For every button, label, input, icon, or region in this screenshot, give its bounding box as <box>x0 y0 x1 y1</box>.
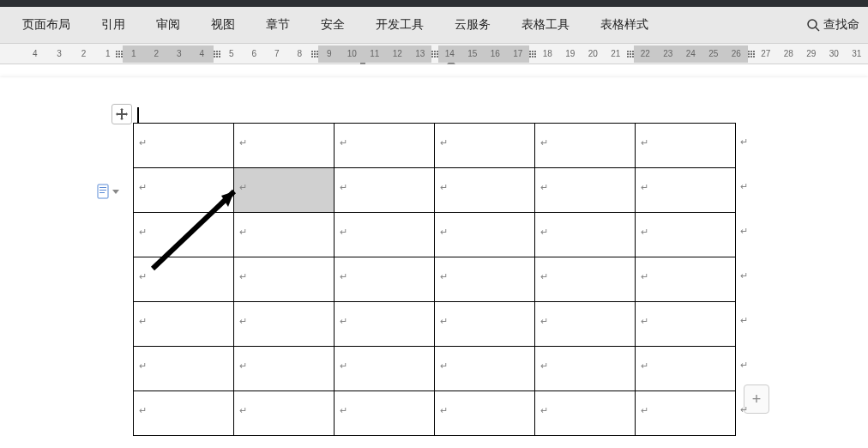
table-cell[interactable]: ↵ <box>535 302 636 347</box>
ruler-tick: 7 <box>266 49 289 58</box>
table-cell[interactable]: ↵ <box>234 168 335 213</box>
table-cell[interactable]: ↵ <box>134 124 234 168</box>
table-cell[interactable]: ↵ <box>435 257 535 302</box>
paragraph-mark: ↵ <box>239 182 247 193</box>
ruler-tick: 13 <box>409 45 432 63</box>
table-cell[interactable]: ↵ <box>636 213 736 257</box>
table-cell[interactable]: ↵ <box>535 168 636 213</box>
table-cell[interactable]: ↵ <box>535 257 636 302</box>
document-area[interactable]: ↵↵↵↵↵↵↵↵↵↵↵↵↵↵↵↵↵↵↵↵↵↵↵↵↵↵↵↵↵↵↵↵↵↵↵↵↵↵↵↵… <box>0 64 868 448</box>
table-cell[interactable]: ↵ <box>134 213 234 257</box>
paragraph-mark: ↵ <box>139 405 147 416</box>
paragraph-mark: ↵ <box>239 316 247 327</box>
table-cell[interactable]: ↵ <box>535 347 636 391</box>
ruler-column-grip[interactable] <box>214 51 220 58</box>
table-cell[interactable]: ↵ <box>234 124 335 168</box>
ruler-tick: 2 <box>81 49 87 58</box>
ruler-column-grip[interactable] <box>627 51 634 58</box>
table-cell[interactable]: ↵ <box>234 213 335 257</box>
menu-label: 表格样式 <box>600 17 648 33</box>
table-cell[interactable]: ↵ <box>435 168 535 213</box>
paragraph-mark: ↵ <box>540 182 548 193</box>
paragraph-mark: ↵ <box>540 137 548 148</box>
ruler-tick: 31 <box>846 49 869 58</box>
table-cell[interactable]: ↵ <box>234 347 335 391</box>
table-cell[interactable]: ↵ <box>535 124 636 168</box>
table-move-handle[interactable] <box>112 104 132 124</box>
paragraph-mark: ↵ <box>340 182 347 193</box>
page-top-edge <box>0 75 868 76</box>
table-cell[interactable]: ↵ <box>335 213 435 257</box>
move-icon <box>116 108 128 120</box>
search-command[interactable]: 查找命 <box>798 7 868 43</box>
table-cell[interactable]: ↵ <box>636 124 736 168</box>
menu-security[interactable]: 安全 <box>305 7 360 43</box>
ruler-tick: 9 <box>318 45 341 63</box>
table-cell[interactable]: ↵ <box>435 391 535 436</box>
table-cell[interactable]: ↵ <box>134 302 234 347</box>
menu-cloud[interactable]: 云服务 <box>439 7 506 43</box>
paragraph-mark: ↵ <box>139 271 147 282</box>
paragraph-mark: ↵ <box>139 360 147 372</box>
table-cell[interactable]: ↵ <box>335 347 435 391</box>
table-cell[interactable]: ↵ <box>335 391 435 436</box>
table-cell[interactable]: ↵ <box>435 302 535 347</box>
menu-review[interactable]: 审阅 <box>141 7 196 43</box>
ruler-grip[interactable] <box>116 51 123 58</box>
ruler-tick: 18 <box>536 49 559 58</box>
menu-label: 章节 <box>266 17 290 33</box>
paragraph-mark: ↵ <box>740 226 748 237</box>
paragraph-mark: ↵ <box>239 360 247 372</box>
table-cell[interactable]: ↵ <box>636 391 736 436</box>
table-cell[interactable]: ↵ <box>134 257 234 302</box>
menu-devtools[interactable]: 开发工具 <box>360 7 439 43</box>
menu-table-style[interactable]: 表格样式 <box>585 7 664 43</box>
table-cell[interactable]: ↵ <box>435 124 535 168</box>
document-table[interactable]: ↵↵↵↵↵↵↵↵↵↵↵↵↵↵↵↵↵↵↵↵↵↵↵↵↵↵↵↵↵↵↵↵↵↵↵↵↵↵↵↵… <box>133 123 736 436</box>
menu-page-layout[interactable]: 页面布局 <box>7 7 86 43</box>
ruler-tick: 3 <box>57 49 62 58</box>
ruler-column-grip[interactable] <box>311 51 318 58</box>
table-cell[interactable]: ↵ <box>234 302 335 347</box>
paragraph-mark: ↵ <box>440 182 448 193</box>
ruler-column-grip[interactable] <box>748 51 755 58</box>
paragraph-mark: ↵ <box>340 227 347 238</box>
ruler-tick: 17 <box>507 45 530 63</box>
table-cell[interactable]: ↵ <box>335 302 435 347</box>
table-cell[interactable]: ↵ <box>335 168 435 213</box>
menu-references[interactable]: 引用 <box>86 7 141 43</box>
paragraph-mark: ↵ <box>139 137 147 148</box>
svg-rect-2 <box>98 185 108 198</box>
table-cell[interactable]: ↵ <box>134 391 234 436</box>
menu-table-tools[interactable]: 表格工具 <box>506 7 585 43</box>
table-cell[interactable]: ↵ <box>535 213 636 257</box>
ruler-tick: 2 <box>145 45 168 63</box>
paragraph-mark: ↵ <box>641 405 648 416</box>
table-cell[interactable]: ↵ <box>636 168 736 213</box>
ruler-main[interactable]: 1234567891011121314151617181920212223242… <box>123 45 869 63</box>
ruler[interactable]: 4 3 2 1 12345678910111213141516171819202… <box>0 44 868 64</box>
ruler-tick: 20 <box>582 49 605 58</box>
table-cell[interactable]: ↵ <box>335 124 435 168</box>
table-cell[interactable]: ↵ <box>134 347 234 391</box>
paragraph-mark: ↵ <box>740 181 748 192</box>
menu-label: 审阅 <box>156 17 180 33</box>
table-row: ↵↵↵↵↵↵ <box>134 347 736 391</box>
paste-options-button[interactable] <box>96 183 119 200</box>
table-cell[interactable]: ↵ <box>234 391 335 436</box>
table-cell[interactable]: ↵ <box>335 257 435 302</box>
table-row: ↵↵↵↵↵↵ <box>134 391 736 436</box>
ruler-column-grip[interactable] <box>431 51 438 58</box>
table-cell[interactable]: ↵ <box>134 168 234 213</box>
table-cell[interactable]: ↵ <box>234 257 335 302</box>
table-cell[interactable]: ↵ <box>435 213 535 257</box>
table-cell[interactable]: ↵ <box>636 257 736 302</box>
ruler-column-grip[interactable] <box>529 51 536 58</box>
table-cell[interactable]: ↵ <box>636 347 736 391</box>
table-cell[interactable]: ↵ <box>535 391 636 436</box>
menu-section[interactable]: 章节 <box>250 7 305 43</box>
table-cell[interactable]: ↵ <box>435 347 535 391</box>
menu-view[interactable]: 视图 <box>196 7 250 43</box>
paragraph-mark: ↵ <box>740 270 748 282</box>
table-cell[interactable]: ↵ <box>636 302 736 347</box>
